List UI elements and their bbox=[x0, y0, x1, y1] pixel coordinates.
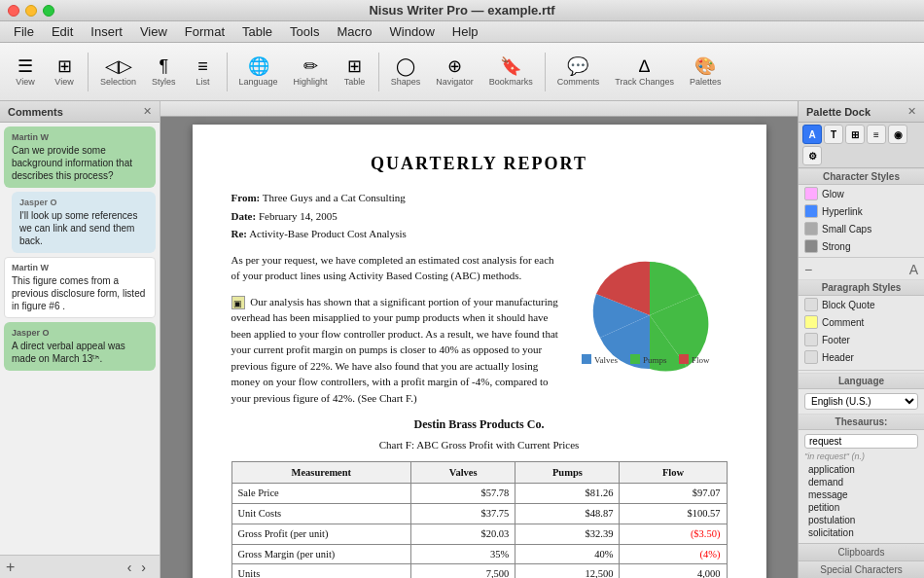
next-comment-button[interactable]: › bbox=[137, 558, 150, 577]
toolbar-btn-view[interactable]: ⊞View bbox=[47, 54, 82, 90]
char-style-item[interactable]: Small Caps bbox=[799, 220, 924, 237]
toolbar-btn-language[interactable]: 🌐Language bbox=[233, 54, 284, 90]
comments-body: Martin W Can we provide some background … bbox=[0, 123, 160, 555]
para-style-item[interactable]: Comment bbox=[799, 313, 924, 331]
menu-item-macro[interactable]: Macro bbox=[329, 23, 379, 40]
language-select[interactable]: English (U.S.) bbox=[804, 393, 918, 410]
style-name: Block Quote bbox=[822, 300, 874, 310]
language-section-label: Language bbox=[799, 373, 924, 389]
comment-marker: ▣ bbox=[231, 296, 245, 309]
document-page[interactable]: Quarterly Report From: Three Guys and a … bbox=[193, 125, 766, 578]
comment-item-2[interactable]: Jasper O A direct verbal appeal was made… bbox=[4, 322, 156, 371]
char-styles-plus[interactable]: A bbox=[909, 262, 918, 277]
table-cell: $37.75 bbox=[411, 504, 515, 524]
clipboards-button[interactable]: Clipboards bbox=[799, 543, 924, 560]
table-cell: $48.87 bbox=[515, 504, 620, 524]
toolbar-btn-track-changes[interactable]: ∆Track Changes bbox=[609, 54, 680, 90]
toolbar-icon-9: ⊕ bbox=[447, 57, 462, 75]
minimize-button[interactable] bbox=[25, 5, 37, 17]
menu-bar: FileEditInsertViewFormatTableToolsMacroW… bbox=[0, 21, 924, 43]
prev-comment-button[interactable]: ‹ bbox=[124, 558, 136, 577]
palette-tab-color[interactable]: ◉ bbox=[888, 125, 907, 144]
table-cell: 4,000 bbox=[620, 564, 727, 578]
thesaurus-header: Thesaurus: bbox=[799, 414, 924, 430]
thesaurus-item[interactable]: message bbox=[804, 488, 918, 501]
palette-dock-close-button[interactable]: ✕ bbox=[907, 105, 916, 118]
toolbar-separator-8 bbox=[378, 53, 379, 91]
char-styles-minus[interactable]: − bbox=[804, 262, 812, 277]
paragraph-styles-list: Block QuoteCommentFooterHeaderHeading 1⌘… bbox=[799, 296, 924, 368]
toolbar-btn-shapes[interactable]: ◯Shapes bbox=[385, 54, 427, 90]
style-name: Header bbox=[822, 352, 854, 363]
thesaurus-item[interactable]: petition bbox=[804, 501, 918, 514]
toolbar-btn-list[interactable]: ≡List bbox=[186, 54, 221, 90]
thesaurus-input[interactable] bbox=[804, 434, 918, 449]
add-comment-button[interactable]: + bbox=[6, 559, 15, 576]
svg-rect-4 bbox=[679, 354, 689, 364]
toolbar-icon-0: ☰ bbox=[18, 57, 33, 75]
svg-rect-0 bbox=[582, 354, 591, 364]
para-style-item[interactable]: Footer bbox=[799, 331, 924, 348]
toolbar-icon-4: ≡ bbox=[197, 57, 208, 75]
reply-author: Jasper O bbox=[19, 198, 148, 207]
menu-item-insert[interactable]: Insert bbox=[83, 23, 130, 40]
palette-tab-grid[interactable]: ⊞ bbox=[845, 125, 865, 144]
palette-tab-list[interactable]: ≡ bbox=[867, 125, 886, 144]
comment-note[interactable]: Martin W This figure comes from a previo… bbox=[4, 257, 156, 318]
comment-text: Can we provide some background informati… bbox=[12, 144, 148, 182]
palette-tab-t[interactable]: T bbox=[824, 125, 843, 144]
toolbar-label-9: Navigator bbox=[436, 77, 474, 87]
style-name: Small Caps bbox=[822, 224, 871, 235]
para-style-item[interactable]: Heading 1⌘H1 bbox=[799, 366, 924, 368]
comment-reply[interactable]: Jasper O I'll look up some references we… bbox=[12, 192, 156, 253]
note-text: This figure comes from a previous disclo… bbox=[12, 274, 148, 312]
palette-tab-gear[interactable]: ⚙ bbox=[802, 146, 822, 165]
toolbar-btn-highlight[interactable]: ✏Highlight bbox=[288, 54, 334, 90]
table-cell: (4%) bbox=[620, 544, 727, 564]
menu-item-format[interactable]: Format bbox=[177, 23, 232, 40]
char-style-item[interactable]: Strong bbox=[799, 237, 924, 255]
para-style-item[interactable]: Header bbox=[799, 348, 924, 366]
divider-1 bbox=[799, 257, 924, 258]
toolbar-btn-palettes[interactable]: 🎨Palettes bbox=[684, 54, 728, 90]
toolbar-icon-6: ✏ bbox=[303, 57, 318, 75]
style-swatch bbox=[804, 239, 818, 253]
toolbar-btn-selection[interactable]: ◁▷Selection bbox=[94, 54, 142, 90]
comment-item[interactable]: Martin W Can we provide some background … bbox=[4, 126, 156, 188]
document-body[interactable]: From: Three Guys and a Cat Consulting Da… bbox=[231, 190, 728, 578]
comments-close-button[interactable]: ✕ bbox=[143, 105, 152, 118]
negative-value: (4%) bbox=[700, 549, 721, 560]
toolbar-btn-comments[interactable]: 💬Comments bbox=[551, 54, 606, 90]
document-area[interactable]: Quarterly Report From: Three Guys and a … bbox=[160, 101, 798, 578]
thesaurus-item[interactable]: solicitation bbox=[804, 526, 918, 539]
toolbar-btn-view[interactable]: ☰View bbox=[8, 54, 43, 90]
table-header-flow: Flow bbox=[620, 461, 727, 484]
thesaurus-item[interactable]: postulation bbox=[804, 514, 918, 526]
close-button[interactable] bbox=[8, 5, 19, 17]
menu-item-help[interactable]: Help bbox=[444, 23, 486, 40]
svg-rect-2 bbox=[630, 354, 640, 364]
special-characters-button[interactable]: Special Characters bbox=[799, 560, 924, 578]
maximize-button[interactable] bbox=[43, 5, 54, 17]
menu-item-table[interactable]: Table bbox=[234, 23, 280, 40]
toolbar-btn-styles[interactable]: ¶Styles bbox=[146, 54, 182, 90]
doc-date-line: Date: February 14, 2005 bbox=[231, 208, 728, 225]
toolbar-btn-navigator[interactable]: ⊕Navigator bbox=[430, 54, 480, 90]
char-style-item[interactable]: Hyperlink bbox=[799, 202, 924, 220]
toolbar-icon-12: ∆ bbox=[639, 57, 650, 75]
thesaurus-item[interactable]: application bbox=[804, 463, 918, 476]
table-cell: $100.57 bbox=[620, 504, 727, 524]
menu-item-file[interactable]: File bbox=[6, 23, 42, 40]
menu-item-view[interactable]: View bbox=[132, 23, 175, 40]
thesaurus-item[interactable]: demand bbox=[804, 476, 918, 488]
menu-item-tools[interactable]: Tools bbox=[282, 23, 327, 40]
char-style-item[interactable]: Glow bbox=[799, 185, 924, 202]
palette-tab-a[interactable]: A bbox=[802, 125, 822, 144]
para-style-item[interactable]: Block Quote bbox=[799, 296, 924, 313]
menu-item-window[interactable]: Window bbox=[382, 23, 443, 40]
toolbar: ☰View⊞View◁▷Selection¶Styles≡List🌐Langua… bbox=[0, 43, 924, 101]
toolbar-btn-bookmarks[interactable]: 🔖Bookmarks bbox=[483, 54, 539, 90]
menu-item-edit[interactable]: Edit bbox=[44, 23, 81, 40]
toolbar-btn-table[interactable]: ⊞Table bbox=[338, 54, 373, 90]
table-cell: $97.07 bbox=[620, 484, 727, 504]
